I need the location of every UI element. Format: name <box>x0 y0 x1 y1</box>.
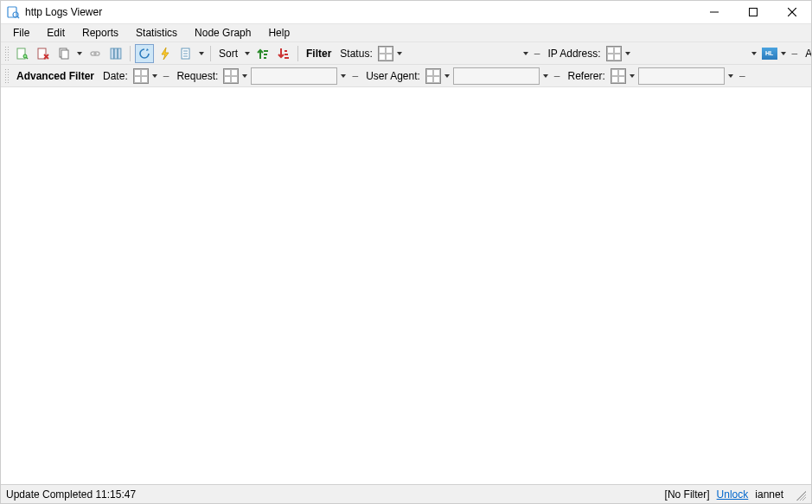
svg-point-15 <box>94 51 99 54</box>
open-log-button[interactable] <box>13 44 32 63</box>
toolbar-grip-2[interactable] <box>4 68 10 84</box>
user-agent-input[interactable] <box>453 67 540 85</box>
svg-rect-23 <box>264 50 268 52</box>
request-label: Request: <box>173 70 221 82</box>
advanced-filter-label: Advanced Filter <box>13 70 98 82</box>
request-grid-icon[interactable] <box>223 68 239 84</box>
svg-line-2 <box>17 16 19 18</box>
referer-input[interactable] <box>638 67 725 85</box>
user-agent-grid-icon[interactable] <box>425 68 441 84</box>
svg-rect-25 <box>264 57 266 59</box>
copy-button[interactable] <box>54 44 74 63</box>
svg-rect-26 <box>285 50 287 52</box>
menu-reports[interactable]: Reports <box>74 25 127 41</box>
svg-rect-28 <box>285 57 289 59</box>
copy-dropdown[interactable] <box>75 52 84 55</box>
minimize-button[interactable] <box>694 1 733 23</box>
menu-file[interactable]: File <box>4 25 38 41</box>
status-grid-icon[interactable] <box>378 46 393 61</box>
ip-input[interactable] <box>634 45 748 62</box>
sort-asc-button[interactable] <box>253 44 272 63</box>
menu-statistics[interactable]: Statistics <box>127 25 186 41</box>
menubar: File Edit Reports Statistics Node Graph … <box>1 23 811 42</box>
date-dropdown[interactable] <box>150 74 159 78</box>
toolbar-advanced-filter: Advanced Filter Date: – Request: – User … <box>1 65 811 87</box>
svg-rect-4 <box>749 9 757 16</box>
svg-rect-16 <box>111 48 114 59</box>
ip-grid-icon[interactable] <box>606 46 622 61</box>
svg-rect-17 <box>114 48 118 59</box>
export-dropdown[interactable] <box>197 52 206 55</box>
sort-label: Sort <box>215 48 241 60</box>
highlight-icon[interactable]: HL <box>762 48 777 60</box>
ip-label: IP Address: <box>544 48 604 60</box>
svg-point-8 <box>23 54 27 58</box>
sort-dropdown[interactable] <box>243 52 252 55</box>
maximize-button[interactable] <box>733 1 772 23</box>
svg-rect-24 <box>264 54 267 55</box>
sort-desc-button[interactable] <box>274 44 293 63</box>
toolbar-grip[interactable] <box>4 46 10 61</box>
request-dropdown[interactable] <box>339 74 348 78</box>
ip-dropdown[interactable] <box>750 52 758 55</box>
close-button[interactable] <box>772 1 811 23</box>
lightning-button[interactable] <box>156 44 175 63</box>
status-filter: [No Filter] <box>665 488 710 501</box>
export-button[interactable] <box>176 44 195 63</box>
refresh-button[interactable] <box>135 44 154 63</box>
app-icon <box>6 5 20 19</box>
window-title: http Logs Viewer <box>25 6 102 18</box>
referer-grid-dropdown[interactable] <box>628 74 636 78</box>
referer-dropdown[interactable] <box>726 74 735 78</box>
resize-grip[interactable] <box>794 488 806 501</box>
log-view[interactable] <box>1 87 811 484</box>
svg-rect-13 <box>61 50 68 59</box>
svg-rect-27 <box>285 54 288 55</box>
request-grid-dropdown[interactable] <box>240 74 249 78</box>
status-label: Status: <box>336 48 375 60</box>
close-log-button[interactable] <box>34 44 53 63</box>
user-agent-grid-dropdown[interactable] <box>443 74 451 78</box>
menu-node-graph[interactable]: Node Graph <box>186 25 259 41</box>
status-dropdown[interactable] <box>521 52 530 55</box>
columns-button[interactable] <box>106 44 125 63</box>
referer-label: Referer: <box>565 70 609 82</box>
date-label: Date: <box>99 70 131 82</box>
status-grid-dropdown[interactable] <box>395 52 404 55</box>
all-label[interactable]: All <box>802 48 812 60</box>
window-controls <box>694 1 811 23</box>
user-agent-dropdown[interactable] <box>541 74 550 78</box>
request-input[interactable] <box>251 67 337 85</box>
status-message: Update Completed 11:15:47 <box>6 488 136 501</box>
dash: – <box>532 48 543 60</box>
statusbar: Update Completed 11:15:47 [No Filter] Un… <box>1 484 811 503</box>
unlock-link[interactable]: Unlock <box>717 488 749 501</box>
ip-grid-dropdown[interactable] <box>623 52 632 55</box>
titlebar: http Logs Viewer <box>1 1 811 23</box>
highlight-dropdown[interactable] <box>779 52 788 55</box>
menu-edit[interactable]: Edit <box>38 25 74 41</box>
link-button[interactable] <box>86 44 105 63</box>
date-grid-icon[interactable] <box>133 68 149 84</box>
status-user: iannet <box>755 488 783 501</box>
filter-label: Filter <box>303 48 335 60</box>
status-input[interactable] <box>406 45 520 62</box>
menu-help[interactable]: Help <box>259 25 298 41</box>
svg-rect-18 <box>118 48 121 59</box>
referer-grid-icon[interactable] <box>611 68 626 84</box>
toolbar-main: Sort Filter Status: – IP Address: HL – A… <box>1 42 811 65</box>
user-agent-label: User Agent: <box>362 70 424 82</box>
